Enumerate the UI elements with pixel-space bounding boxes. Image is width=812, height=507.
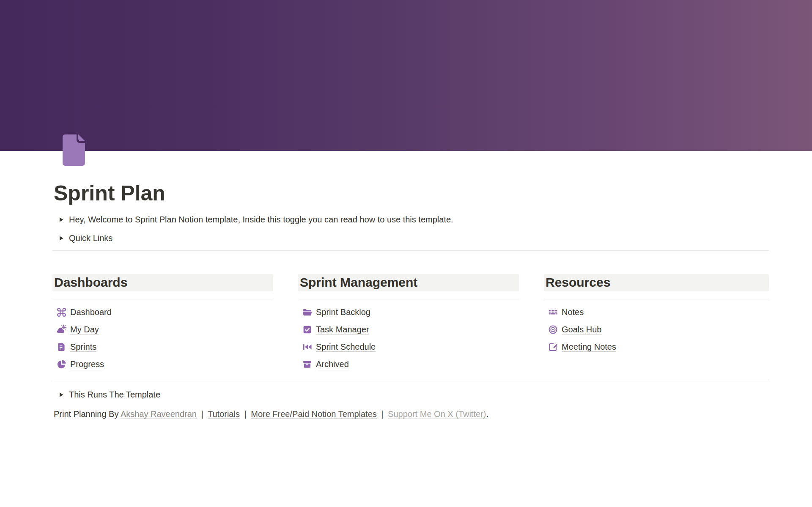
more-templates-link[interactable]: More Free/Paid Notion Templates	[251, 409, 377, 419]
column-heading-dashboards: Dashboards	[52, 274, 273, 291]
document-icon	[56, 342, 67, 352]
tutorials-link[interactable]: Tutorials	[208, 409, 240, 419]
page-link-archived[interactable]: Archived	[298, 356, 519, 373]
keyboard-icon	[548, 307, 558, 318]
page-link-label: Progress	[70, 359, 104, 369]
page-link-label: My Day	[70, 325, 99, 334]
column-heading-sprint-management: Sprint Management	[298, 274, 519, 291]
page-link-goals-hub[interactable]: Goals Hub	[544, 321, 769, 338]
page-link-label: Meeting Notes	[562, 342, 616, 352]
target-icon	[548, 324, 558, 335]
credits-line: Print Planning By Akshay Raveendran | Tu…	[54, 408, 769, 420]
credits-prefix: Print Planning By	[54, 409, 118, 419]
page-link-label: Sprints	[70, 342, 96, 352]
page-link-notes[interactable]: Notes	[544, 304, 769, 321]
cover-image	[0, 0, 812, 151]
pie-chart-icon	[56, 359, 67, 370]
page-document-icon	[61, 134, 88, 167]
link-columns: Dashboards Dashboard	[52, 274, 769, 373]
column-resources: Resources Notes	[544, 274, 769, 373]
edit-icon	[548, 342, 558, 352]
credits-suffix: .	[486, 409, 488, 419]
column-sprint-management: Sprint Management Sprint Backlog	[298, 274, 519, 373]
divider	[52, 299, 273, 299]
page-link-label: Archived	[316, 359, 349, 369]
page-link-label: Notes	[562, 307, 584, 317]
toggle-triangle-icon[interactable]	[56, 214, 66, 225]
page-link-label: Goals Hub	[562, 325, 602, 334]
toggle-triangle-icon[interactable]	[56, 389, 66, 400]
page-title: Sprint Plan	[54, 182, 769, 205]
toggle-quick-links[interactable]: Quick Links	[52, 230, 769, 247]
sun-cloud-icon	[56, 324, 67, 335]
page-icon[interactable]	[61, 134, 88, 167]
page-link-sprint-backlog[interactable]: Sprint Backlog	[298, 304, 519, 321]
rewind-icon	[302, 342, 313, 352]
page-link-label: Dashboard	[70, 307, 112, 317]
toggle-quick-links-label: Quick Links	[69, 233, 112, 243]
author-link[interactable]: Akshay Raveendran	[121, 409, 197, 419]
separator: |	[201, 409, 203, 419]
toggle-runs-template-label: This Runs The Template	[69, 390, 160, 400]
page-content: Sprint Plan Hey, Welcome to Sprint Plan …	[52, 134, 769, 420]
separator: |	[381, 409, 383, 419]
toggle-welcome-label: Hey, Welcome to Sprint Plan Notion templ…	[69, 215, 453, 225]
page-link-label: Sprint Backlog	[316, 307, 370, 317]
page-link-sprint-schedule[interactable]: Sprint Schedule	[298, 338, 519, 356]
page-link-meeting-notes[interactable]: Meeting Notes	[544, 338, 769, 356]
support-twitter-link[interactable]: Support Me On X (Twitter)	[388, 409, 486, 419]
page-link-task-manager[interactable]: Task Manager	[298, 321, 519, 338]
toggle-runs-template[interactable]: This Runs The Template	[52, 386, 769, 403]
column-heading-resources: Resources	[544, 274, 769, 291]
toggle-triangle-icon[interactable]	[56, 233, 66, 243]
page-link-progress[interactable]: Progress	[52, 356, 273, 373]
page-link-label: Task Manager	[316, 325, 369, 334]
command-icon	[56, 307, 67, 318]
archive-icon	[302, 359, 313, 370]
page-link-label: Sprint Schedule	[316, 342, 376, 352]
divider	[52, 250, 769, 251]
page-link-dashboard[interactable]: Dashboard	[52, 304, 273, 321]
divider	[52, 380, 769, 380]
page-link-sprints[interactable]: Sprints	[52, 338, 273, 356]
page-link-my-day[interactable]: My Day	[52, 321, 273, 338]
checkbox-icon	[302, 324, 313, 335]
separator: |	[244, 409, 246, 419]
divider	[544, 299, 769, 299]
toggle-welcome[interactable]: Hey, Welcome to Sprint Plan Notion templ…	[52, 211, 769, 228]
folder-icon	[302, 307, 313, 318]
column-dashboards: Dashboards Dashboard	[52, 274, 273, 373]
divider	[298, 299, 519, 299]
